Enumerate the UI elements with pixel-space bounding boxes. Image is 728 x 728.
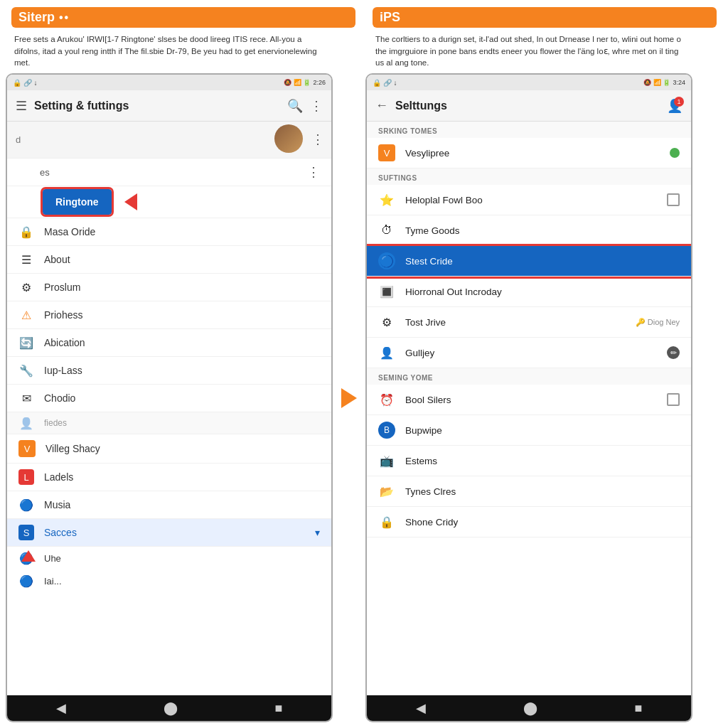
three-dots-top[interactable]: ⋮	[311, 132, 324, 147]
profile-icon-container: 👤 1	[667, 98, 682, 114]
heloplal-label: Heloplal Fowl Boo	[405, 195, 657, 205]
more-icon[interactable]: ⋮	[310, 98, 323, 114]
recents-nav-btn[interactable]: ■	[275, 701, 283, 716]
iup-lass-label: Iup-Lass	[44, 365, 82, 376]
settings-item-estems[interactable]: 📺 Estems	[367, 446, 691, 476]
settings-item-bupwipe[interactable]: B Bupwipe	[367, 415, 691, 446]
right-bottom-nav: ◀ ⬤ ■	[367, 695, 691, 721]
right-recents-nav[interactable]: ■	[635, 701, 643, 716]
left-toolbar: ☰ Setting & futtings 🔍 ⋮	[7, 90, 331, 122]
settings-item-stest[interactable]: 🔵 Stest Cride	[367, 246, 691, 277]
drawer-item-proslum[interactable]: ⚙ Proslum	[7, 274, 331, 301]
left-app-dots: ••	[59, 11, 70, 24]
drawer-item-masa[interactable]: 🔒 Masa Oride	[7, 218, 331, 246]
right-back-nav[interactable]: ◀	[416, 700, 426, 716]
heloplal-checkbox[interactable]	[667, 193, 680, 206]
fiedes-icon: 👤	[18, 415, 34, 431]
home-nav-btn[interactable]: ⬤	[164, 700, 178, 716]
bool-checkbox[interactable]	[667, 393, 680, 406]
chodio-label: Chodio	[44, 392, 75, 404]
drawer-item-chodio[interactable]: ✉ Chodio	[7, 385, 331, 412]
left-status-time: 2:26	[313, 79, 326, 86]
menu-icon[interactable]: ☰	[16, 98, 27, 114]
settings-item-shone[interactable]: 🔒 Shone Cridy	[367, 507, 691, 537]
priohess-icon: ⚠	[18, 307, 34, 323]
drawer-header: d ⋮	[7, 122, 331, 159]
back-nav-btn[interactable]: ◀	[56, 700, 66, 716]
drawer-item-about[interactable]: ☰ About	[7, 246, 331, 274]
right-home-nav[interactable]: ⬤	[523, 700, 537, 716]
drawer-item-es: es ⋮	[7, 159, 331, 186]
left-header: Siterp •• Free sets a Arukou' IRWI[1-7 R…	[11, 7, 355, 69]
user-avatar	[274, 124, 303, 153]
ladels-label: Ladels	[44, 471, 73, 483]
es-more-icon[interactable]: ⋮	[307, 164, 320, 180]
section-header-srking: SRKING TOMES	[367, 122, 691, 138]
right-status-time: 3:24	[673, 79, 685, 86]
tost-icon: ⚙	[378, 314, 395, 331]
uhe-label: Uhe	[44, 553, 61, 564]
vesylipree-icon: V	[378, 144, 395, 161]
tynes-icon: 📂	[378, 483, 395, 500]
tyme-label: Tyme Goods	[405, 225, 680, 236]
back-icon[interactable]: ←	[375, 98, 388, 113]
drawer-item-sacces[interactable]: S Sacces ▾	[7, 519, 331, 547]
top-bar: Siterp •• Free sets a Arukou' IRWI[1-7 R…	[0, 0, 728, 73]
masa-icon: 🔒	[18, 224, 34, 240]
drawer-item-ringtone: Ringtone	[7, 186, 331, 218]
settings-item-vesylipree[interactable]: V Vesylipree	[367, 138, 691, 168]
gulljey-icon: 👤	[378, 344, 395, 361]
left-app-badge: Siterp ••	[11, 7, 355, 28]
drawer-item-ladels[interactable]: L Ladels	[7, 464, 331, 491]
left-status-right: 🔕 📶 🔋 2:26	[284, 79, 326, 86]
villeg-icon: V	[18, 440, 36, 457]
section-header-seming: SEMING YOME	[367, 368, 691, 385]
abication-label: Abication	[44, 337, 85, 348]
main-content: 🔒 🔗 ↓ 🔕 📶 🔋 2:26 ☰ Setting & futtings 🔍 …	[0, 73, 728, 728]
stest-label: Stest Cride	[405, 256, 680, 267]
left-status-left-icons: 🔒 🔗 ↓	[13, 79, 38, 87]
settings-item-heloplal[interactable]: ⭐ Heloplal Fowl Boo	[367, 185, 691, 215]
settings-item-tyme[interactable]: ⏱ Tyme Goods	[367, 215, 691, 246]
settings-item-tost[interactable]: ⚙ Tost Jrive 🔑 Diog Ney	[367, 307, 691, 338]
drawer-item-priohess[interactable]: ⚠ Priohess	[7, 301, 331, 329]
edit-icon: ✏	[667, 346, 680, 359]
ringtone-button[interactable]: Ringtone	[43, 189, 112, 215]
drawer-item-villeg[interactable]: V Villeg Shacy	[7, 434, 331, 464]
chodio-icon: ✉	[18, 390, 34, 406]
estems-icon: 📺	[378, 452, 395, 469]
drawer-sub-item-iai[interactable]: 🔵 Iai...	[7, 569, 331, 592]
left-status-bar: 🔒 🔗 ↓ 🔕 📶 🔋 2:26	[7, 75, 331, 90]
settings-item-gulljey[interactable]: 👤 Gulljey ✏	[367, 338, 691, 368]
drawer-sub-item-uhe[interactable]: 🔵 Uhe	[7, 547, 331, 569]
red-arrow-up-indicator	[21, 550, 36, 562]
bool-icon: ⏰	[378, 391, 395, 408]
abication-icon: 🔄	[18, 335, 34, 350]
hiorronal-label: Hiorronal Out Incroday	[405, 287, 680, 297]
toolbar-title: Setting & futtings	[34, 100, 280, 112]
right-status-left-icons: 🔒 🔗 ↓	[373, 79, 397, 87]
drawer-item-iup-lass[interactable]: 🔧 Iup-Lass	[7, 357, 331, 385]
iup-lass-icon: 🔧	[18, 363, 34, 378]
shone-icon: 🔒	[378, 513, 395, 530]
musia-label: Musia	[44, 499, 70, 510]
tynes-label: Tynes Clres	[405, 486, 680, 497]
iai-label: Iai...	[44, 576, 62, 587]
settings-item-hiorronal[interactable]: 🔳 Hiorronal Out Incroday	[367, 277, 691, 307]
settings-item-tynes[interactable]: 📂 Tynes Clres	[367, 476, 691, 507]
iai-icon: 🔵	[18, 573, 34, 589]
bupwipe-icon: B	[378, 422, 395, 439]
right-app-badge: iPS	[373, 7, 717, 28]
drawer-item-musia[interactable]: 🔵 Musia	[7, 491, 331, 519]
masa-label: Masa Oride	[44, 226, 95, 237]
center-arrow	[338, 73, 360, 722]
drawer-item-abication[interactable]: 🔄 Abication	[7, 329, 331, 357]
search-icon[interactable]: 🔍	[287, 98, 303, 114]
right-header: iPS The corltiers to a durign set, it-l'…	[355, 7, 717, 69]
orange-arrow-icon	[341, 388, 357, 408]
left-drawer: d ⋮ es ⋮ Ringtone 🔒 Masa Or	[7, 122, 331, 695]
about-icon: ☰	[18, 252, 34, 267]
sacces-icon: S	[18, 525, 34, 540]
tost-right: 🔑 Diog Ney	[636, 318, 680, 327]
settings-item-bool[interactable]: ⏰ Bool Silers	[367, 385, 691, 415]
